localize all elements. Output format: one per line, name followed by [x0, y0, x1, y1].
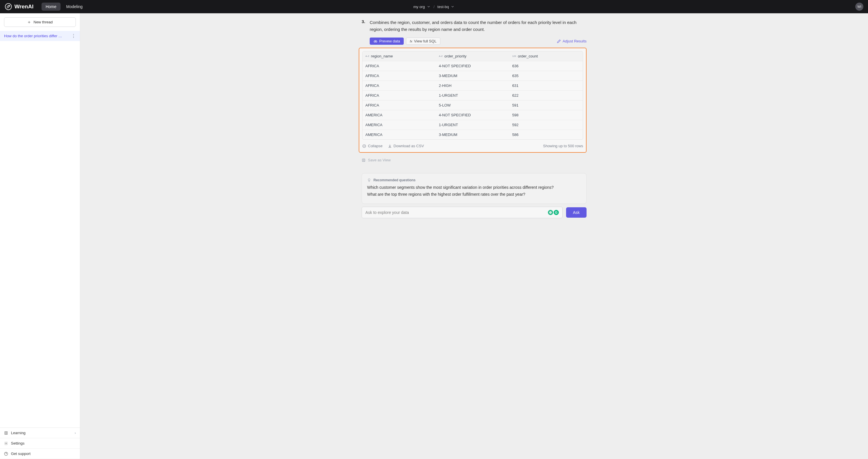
table-cell: 4-NOT SPECIFIED [436, 61, 509, 71]
breadcrumb-project-label: test-bq [437, 5, 449, 9]
preview-data-button[interactable]: Prevew data [370, 37, 404, 45]
column-name: order_priority [444, 54, 467, 58]
brand[interactable]: WrenAI [5, 3, 33, 10]
table-cell: 591 [509, 101, 583, 110]
svg-point-2 [5, 443, 7, 444]
ask-input-wrapper[interactable]: G [362, 207, 563, 218]
result-toolbar: Prevew data fx View full SQL Adjust Resu… [370, 37, 587, 45]
table-cell: 636 [509, 61, 583, 71]
svg-rect-7 [362, 159, 365, 161]
sidebar-settings-label: Settings [11, 441, 25, 446]
download-label: Download as CSV [394, 144, 424, 148]
save-as-view-button[interactable]: Save as View [362, 158, 587, 162]
save-view-label: Save as View [368, 158, 391, 162]
table-row: AFRICA3-MEDIUM635 [363, 71, 583, 81]
recommended-title: Recommended questions [367, 178, 581, 182]
table-cell: AFRICA [363, 81, 436, 90]
nav-home[interactable]: Home [41, 3, 60, 11]
preview-data-label: Prevew data [379, 39, 400, 43]
column-header[interactable]: A-Zorder_priority [436, 51, 509, 61]
row-count-info: Showing up to 500 rows [543, 144, 583, 148]
binoculars-icon [373, 39, 377, 43]
breadcrumb-org[interactable]: my org [413, 5, 431, 9]
table-row: AMERICA4-NOT SPECIFIED598 [363, 110, 583, 120]
breadcrumbs: my org / test-bq [413, 5, 455, 9]
table-cell: 4-NOT SPECIFIED [436, 110, 509, 120]
table-cell: 622 [509, 91, 583, 100]
more-icon[interactable]: ⋮ [71, 33, 76, 39]
column-header[interactable]: 123order_count [509, 51, 583, 61]
recommended-question[interactable]: Which customer segments show the most si… [367, 185, 581, 190]
step-number: 3. [362, 19, 367, 33]
table-row: AMERICA1-URGENT592 [363, 120, 583, 130]
table-cell: AMERICA [363, 130, 436, 139]
chevron-down-icon [427, 5, 431, 9]
table-cell: AFRICA [363, 91, 436, 100]
table-cell: 1-URGENT [436, 120, 509, 130]
thread-item[interactable]: How do the order priorities differ … ⋮ [0, 31, 80, 41]
table-body[interactable]: AFRICA4-NOT SPECIFIED636AFRICA3-MEDIUM63… [363, 61, 583, 139]
gear-icon [4, 441, 8, 446]
download-csv-button[interactable]: Download as CSV [388, 144, 424, 148]
data-table: A-Zregion_nameA-Zorder_priority123order_… [362, 51, 583, 140]
table-cell: 598 [509, 110, 583, 120]
table-cell: 3-MEDIUM [436, 71, 509, 81]
recommended-question[interactable]: What are the top three regions with the … [367, 192, 581, 197]
table-cell: AMERICA [363, 110, 436, 120]
grammarly-widget[interactable]: G [548, 210, 559, 215]
sidebar: New thread How do the order priorities d… [0, 13, 80, 459]
ask-button[interactable]: Ask [566, 207, 587, 218]
view-sql-label: View full SQL [414, 39, 437, 43]
table-cell: AFRICA [363, 71, 436, 81]
sidebar-support[interactable]: Get support [0, 449, 80, 459]
ask-input[interactable] [365, 210, 548, 215]
table-row: AFRICA4-NOT SPECIFIED636 [363, 61, 583, 71]
sidebar-settings[interactable]: Settings [0, 438, 80, 449]
column-name: region_name [371, 54, 393, 58]
new-thread-label: New thread [33, 20, 53, 24]
view-sql-button[interactable]: fx View full SQL [406, 37, 440, 45]
adjust-results-button[interactable]: Adjust Results [557, 39, 587, 43]
main: 3. Combines the region, customer, and or… [80, 13, 868, 459]
table-cell: 1-URGENT [436, 91, 509, 100]
adjust-results-label: Adjust Results [563, 39, 587, 43]
table-cell: AFRICA [363, 61, 436, 71]
ask-bar: G Ask [362, 207, 587, 218]
help-icon [4, 452, 8, 456]
column-type-icon: 123 [512, 55, 516, 57]
step: 3. Combines the region, customer, and or… [362, 19, 587, 33]
table-row: AFRICA2-HIGH631 [363, 81, 583, 91]
table-cell: 592 [509, 120, 583, 130]
table-footer: Collapse Download as CSV Showing up to 5… [362, 144, 583, 148]
download-icon [388, 144, 392, 148]
step-text: Combines the region, customer, and order… [370, 19, 587, 33]
nav-modeling[interactable]: Modeling [62, 3, 87, 11]
table-cell: 635 [509, 71, 583, 81]
sidebar-support-label: Get support [11, 452, 31, 456]
breadcrumb-sep: / [433, 5, 435, 9]
breadcrumb-project[interactable]: test-bq [437, 5, 455, 9]
new-thread-button[interactable]: New thread [4, 17, 76, 27]
collapse-button[interactable]: Collapse [362, 144, 383, 148]
chevron-right-icon: › [75, 431, 76, 435]
pencil-icon [557, 39, 561, 43]
thread-title: How do the order priorities differ … [4, 34, 62, 38]
breadcrumb-org-label: my org [413, 5, 425, 9]
table-row: AFRICA1-URGENT622 [363, 91, 583, 101]
plus-icon [27, 20, 31, 24]
avatar[interactable]: WI [855, 3, 863, 11]
collapse-label: Collapse [368, 144, 383, 148]
sidebar-learning[interactable]: Learning › [0, 428, 80, 438]
table-header: A-Zregion_nameA-Zorder_priority123order_… [363, 51, 583, 61]
column-header[interactable]: A-Zregion_name [363, 51, 436, 61]
table-row: AFRICA5-LOW591 [363, 101, 583, 110]
chevron-down-icon [451, 5, 455, 9]
nav-links: Home Modeling [41, 3, 87, 11]
column-name: order_count [518, 54, 538, 58]
recommended-title-label: Recommended questions [373, 178, 415, 182]
grammarly-icon: G [554, 210, 559, 215]
lightbulb-icon [367, 178, 371, 182]
table-cell: 2-HIGH [436, 81, 509, 90]
table-row: AMERICA3-MEDIUM586 [363, 130, 583, 139]
thread-list: How do the order priorities differ … ⋮ [0, 31, 80, 428]
